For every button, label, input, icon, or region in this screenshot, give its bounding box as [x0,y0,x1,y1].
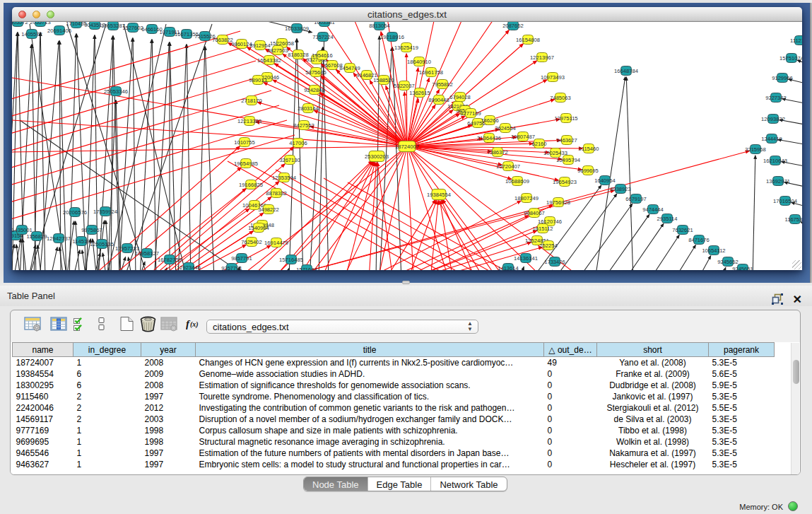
svg-text:1156829: 1156829 [27,233,47,240]
svg-text:8471676: 8471676 [688,237,710,243]
svg-text:12213967: 12213967 [530,54,554,61]
svg-text:10973493: 10973493 [541,74,565,81]
svg-text:12942737: 12942737 [47,235,71,242]
svg-text:1527602: 1527602 [122,25,143,31]
svg-text:252254: 252254 [539,243,557,249]
svg-text:19218916: 19218916 [380,34,404,40]
svg-text:989013: 989013 [249,77,266,83]
svg-text:10653287: 10653287 [101,23,125,29]
svg-text:1640954: 1640954 [594,177,616,184]
svg-text:1954616: 1954616 [312,52,333,59]
svg-text:2935114: 2935114 [657,216,678,222]
svg-text:3624554: 3624554 [495,125,516,132]
svg-text:9245652: 9245652 [717,259,739,265]
svg-text:16961758: 16961758 [419,69,443,76]
svg-text:2718170: 2718170 [241,98,262,104]
svg-text:20206576: 20206576 [63,209,87,216]
svg-text:1615112: 1615112 [533,226,553,232]
svg-text:1362615: 1362615 [409,90,430,96]
svg-text:1540994: 1540994 [248,225,269,231]
svg-text:(x): (x) [190,320,199,329]
svg-text:9227342: 9227342 [765,95,787,101]
svg-text:1167533: 1167533 [785,216,803,223]
svg-text:2055713: 2055713 [30,22,51,25]
svg-text:25053346: 25053346 [104,88,128,95]
svg-text:10688609: 10688609 [505,178,529,185]
svg-text:16543382: 16543382 [257,57,281,64]
svg-text:1405572: 1405572 [21,31,42,37]
svg-text:10025433: 10025433 [543,150,567,156]
svg-text:1405572: 1405572 [12,22,28,25]
svg-text:9777169: 9777169 [460,110,481,117]
svg-text:10654112: 10654112 [702,247,725,254]
svg-text:17359924: 17359924 [93,209,117,215]
svg-text:6794028: 6794028 [449,94,471,100]
svg-text:1413614: 1413614 [498,265,519,270]
svg-text:1588520: 1588520 [373,77,394,83]
svg-text:8813054: 8813054 [369,23,390,29]
svg-text:15495794: 15495794 [556,157,580,163]
svg-text:7485063: 7485063 [550,95,571,101]
svg-text:12093832: 12093832 [761,116,785,122]
svg-text:1244419: 1244419 [761,136,782,142]
svg-text:5322037: 5322037 [394,83,415,89]
svg-text:14136141: 14136141 [514,255,538,262]
svg-text:16210643: 16210643 [763,158,787,164]
svg-text:10958127: 10958127 [135,250,159,257]
svg-text:8938923: 8938923 [610,186,631,192]
svg-text:1435001: 1435001 [12,227,33,233]
svg-text:12213383: 12213383 [237,118,261,124]
svg-text:9242848: 9242848 [304,87,325,93]
svg-text:1571648: 1571648 [296,267,317,270]
svg-text:746266: 746266 [481,117,498,124]
svg-text:9827503: 9827503 [267,47,288,54]
svg-text:6679197: 6679197 [625,196,647,202]
svg-text:7663822: 7663822 [212,37,233,43]
svg-text:7625402: 7625402 [241,239,262,245]
svg-text:15716485: 15716485 [279,257,303,263]
svg-text:19654923: 19654923 [553,179,577,185]
svg-text:9975867: 9975867 [81,227,102,233]
svg-text:3215958: 3215958 [745,146,766,153]
svg-text:1603381: 1603381 [314,22,335,25]
svg-text:16154808: 16154808 [516,37,540,43]
svg-text:7632621: 7632621 [672,227,693,233]
svg-text:17016504: 17016504 [773,198,797,204]
svg-text:19384554: 19384554 [427,192,451,198]
svg-text:19654985: 19654985 [234,160,258,167]
svg-text:9463627: 9463627 [556,137,577,144]
svg-text:12505135: 12505135 [90,241,114,247]
svg-text:8427552: 8427552 [293,122,314,129]
svg-text:9699695: 9699695 [577,168,599,174]
svg-text:16033809: 16033809 [285,25,309,32]
svg-text:9857791: 9857791 [231,255,252,262]
svg-text:7386372: 7386372 [487,149,508,156]
svg-text:13692971: 13692971 [766,178,790,185]
svg-text:9084067: 9084067 [524,210,545,216]
svg-text:12975115: 12975115 [554,115,577,122]
svg-text:18640910: 18640910 [407,59,431,65]
svg-text:10807487: 10807487 [511,134,535,140]
svg-text:15226058: 15226058 [270,40,294,47]
svg-text:1733426: 1733426 [544,259,565,265]
svg-text:16914479: 16914479 [264,240,288,246]
svg-text:19756928: 19756928 [546,199,570,206]
svg-text:8878332: 8878332 [266,190,287,197]
svg-text:2803144: 2803144 [298,105,319,112]
svg-text:25300203: 25300203 [365,153,389,160]
svg-text:18724007: 18724007 [395,144,419,150]
svg-text:62160: 62160 [531,141,546,147]
svg-text:7357224: 7357224 [312,34,334,40]
svg-text:7955812: 7955812 [432,81,453,88]
svg-text:2087652: 2087652 [502,23,524,29]
svg-text:417006: 417006 [289,140,307,146]
svg-text:8454749: 8454749 [339,65,360,71]
svg-text:3267130: 3267130 [279,157,300,163]
svg-text:12353594: 12353594 [272,175,296,181]
svg-text:13625419: 13625419 [394,45,418,51]
svg-text:9245651: 9245651 [732,266,753,270]
svg-text:15720407: 15720407 [496,163,520,170]
svg-text:9474444: 9474444 [642,206,664,213]
svg-text:20691406: 20691406 [47,28,71,34]
svg-text:1010755: 1010755 [234,139,255,146]
